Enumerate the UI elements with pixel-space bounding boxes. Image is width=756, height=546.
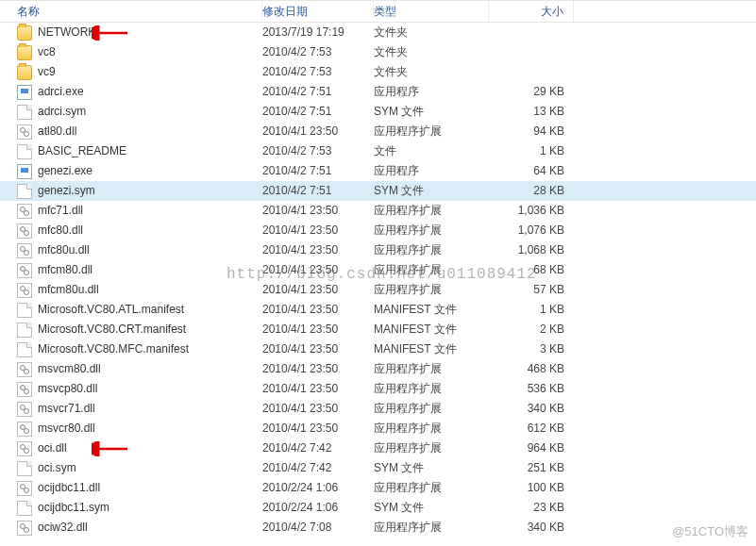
file-size-cell: 1,076 KB — [489, 221, 574, 240]
file-row[interactable]: msvcr80.dll2010/4/1 23:50应用程序扩展612 KB — [0, 419, 756, 438]
file-name-cell[interactable]: ocijdbc11.dll — [0, 478, 262, 498]
file-type-cell: 应用程序扩展 — [374, 122, 489, 141]
file-name-cell[interactable]: mfcm80.dll — [0, 260, 262, 280]
file-name-label: vc9 — [38, 62, 56, 82]
file-row[interactable]: ocijdbc11.dll2010/2/24 1:06应用程序扩展100 KB — [0, 478, 756, 498]
dll-icon — [17, 223, 32, 239]
file-name-cell[interactable]: vc9 — [0, 62, 262, 82]
file-row[interactable]: atl80.dll2010/4/1 23:50应用程序扩展94 KB — [0, 122, 756, 141]
file-name-label: genezi.sym — [38, 181, 95, 201]
file-row[interactable]: mfc71.dll2010/4/1 23:50应用程序扩展1,036 KB — [0, 201, 756, 221]
file-row[interactable]: oci.sym2010/4/2 7:42SYM 文件251 KB — [0, 458, 756, 478]
file-row[interactable]: vc82010/4/2 7:53文件夹 — [0, 42, 756, 62]
file-name-label: NETWORK — [38, 23, 95, 42]
file-size-cell: 340 KB — [489, 399, 574, 419]
file-date-cell: 2010/4/1 23:50 — [262, 201, 374, 221]
file-row[interactable]: vc92010/4/2 7:53文件夹 — [0, 62, 756, 82]
file-size-cell: 57 KB — [489, 280, 574, 300]
file-date-cell: 2010/4/1 23:50 — [262, 320, 374, 339]
file-type-cell: 应用程序扩展 — [374, 399, 489, 419]
file-name-label: mfcm80.dll — [38, 260, 92, 280]
file-row[interactable]: msvcr71.dll2010/4/1 23:50应用程序扩展340 KB — [0, 399, 756, 419]
file-name-cell[interactable]: mfcm80u.dll — [0, 280, 262, 300]
file-name-label: vc8 — [38, 42, 56, 62]
exe-icon — [17, 85, 32, 100]
dll-icon — [17, 243, 32, 258]
file-name-label: BASIC_README — [38, 141, 126, 161]
file-row[interactable]: mfc80.dll2010/4/1 23:50应用程序扩展1,076 KB — [0, 221, 756, 240]
file-name-cell[interactable]: mfc71.dll — [0, 201, 262, 221]
file-size-cell: 94 KB — [489, 122, 574, 141]
file-row[interactable]: adrci.sym2010/4/2 7:51SYM 文件13 KB — [0, 102, 756, 122]
file-name-cell[interactable]: atl80.dll — [0, 122, 262, 141]
file-date-cell: 2010/4/2 7:42 — [262, 458, 374, 478]
file-type-cell: SYM 文件 — [374, 102, 489, 122]
file-size-cell: 612 KB — [489, 419, 574, 438]
file-icon — [17, 303, 32, 318]
file-row[interactable]: Microsoft.VC80.MFC.manifest2010/4/1 23:5… — [0, 339, 756, 359]
file-size-cell: 1 KB — [489, 300, 574, 320]
file-row[interactable]: ocijdbc11.sym2010/2/24 1:06SYM 文件23 KB — [0, 498, 756, 518]
file-row[interactable]: mfcm80.dll2010/4/1 23:50应用程序扩展68 KB — [0, 260, 756, 280]
column-header-name[interactable]: 名称 — [0, 1, 262, 22]
file-name-cell[interactable]: msvcm80.dll — [0, 359, 262, 379]
column-header-size[interactable]: 大小 — [489, 1, 574, 22]
file-name-cell[interactable]: Microsoft.VC80.CRT.manifest — [0, 320, 262, 339]
file-name-cell[interactable]: msvcp80.dll — [0, 379, 262, 399]
file-name-label: oci.dll — [38, 438, 67, 458]
file-type-cell: MANIFEST 文件 — [374, 339, 489, 359]
file-row[interactable]: ociw32.dll2010/4/2 7:08应用程序扩展340 KB — [0, 518, 756, 538]
file-row[interactable]: msvcm80.dll2010/4/1 23:50应用程序扩展468 KB — [0, 359, 756, 379]
file-type-cell: 文件夹 — [374, 62, 489, 82]
file-row[interactable]: msvcp80.dll2010/4/1 23:50应用程序扩展536 KB — [0, 379, 756, 399]
file-name-label: msvcp80.dll — [38, 379, 97, 399]
file-date-cell: 2010/4/1 23:50 — [262, 122, 374, 141]
file-row[interactable]: Microsoft.VC80.CRT.manifest2010/4/1 23:5… — [0, 320, 756, 339]
file-name-cell[interactable]: ociw32.dll — [0, 518, 262, 538]
file-row[interactable]: NETWORK2013/7/19 17:19文件夹 — [0, 23, 756, 42]
file-type-cell: 文件夹 — [374, 42, 489, 62]
file-date-cell: 2010/2/24 1:06 — [262, 498, 374, 518]
file-row[interactable]: mfc80u.dll2010/4/1 23:50应用程序扩展1,068 KB — [0, 240, 756, 260]
file-name-cell[interactable]: oci.sym — [0, 458, 262, 478]
file-type-cell: 应用程序扩展 — [374, 438, 489, 458]
file-name-cell[interactable]: oci.dll — [0, 438, 262, 458]
file-name-cell[interactable]: msvcr80.dll — [0, 419, 262, 438]
file-date-cell: 2010/4/1 23:50 — [262, 260, 374, 280]
file-row[interactable]: BASIC_README2010/4/2 7:53文件1 KB — [0, 141, 756, 161]
file-name-cell[interactable]: ocijdbc11.sym — [0, 498, 262, 518]
file-name-cell[interactable]: BASIC_README — [0, 141, 262, 161]
dll-icon — [17, 124, 32, 140]
file-type-cell: 应用程序扩展 — [374, 201, 489, 221]
exe-icon — [17, 164, 32, 179]
file-name-cell[interactable]: genezi.sym — [0, 181, 262, 201]
file-date-cell: 2010/4/2 7:53 — [262, 62, 374, 82]
column-header-date[interactable]: 修改日期 — [262, 1, 374, 22]
file-name-cell[interactable]: Microsoft.VC80.ATL.manifest — [0, 300, 262, 320]
file-date-cell: 2010/4/2 7:08 — [262, 518, 374, 538]
column-header-type[interactable]: 类型 — [374, 1, 489, 22]
file-name-cell[interactable]: Microsoft.VC80.MFC.manifest — [0, 339, 262, 359]
file-name-cell[interactable]: adrci.sym — [0, 102, 262, 122]
file-name-cell[interactable]: msvcr71.dll — [0, 399, 262, 419]
file-row[interactable]: genezi.exe2010/4/2 7:51应用程序64 KB — [0, 161, 756, 181]
file-type-cell: 应用程序扩展 — [374, 518, 489, 538]
file-name-cell[interactable]: mfc80.dll — [0, 221, 262, 240]
file-size-cell: 23 KB — [489, 498, 574, 518]
file-name-label: msvcr71.dll — [38, 399, 95, 419]
file-name-cell[interactable]: adrci.exe — [0, 82, 262, 102]
file-icon — [17, 342, 32, 357]
file-name-cell[interactable]: NETWORK — [0, 23, 262, 42]
file-row[interactable]: mfcm80u.dll2010/4/1 23:50应用程序扩展57 KB — [0, 280, 756, 300]
file-date-cell: 2010/4/2 7:51 — [262, 102, 374, 122]
file-row[interactable]: Microsoft.VC80.ATL.manifest2010/4/1 23:5… — [0, 300, 756, 320]
file-name-cell[interactable]: genezi.exe — [0, 161, 262, 181]
file-row[interactable]: genezi.sym2010/4/2 7:51SYM 文件28 KB — [0, 181, 756, 201]
file-size-cell: 536 KB — [489, 379, 574, 399]
file-row[interactable]: adrci.exe2010/4/2 7:51应用程序29 KB — [0, 82, 756, 102]
file-size-cell: 251 KB — [489, 458, 574, 478]
file-name-cell[interactable]: vc8 — [0, 42, 262, 62]
file-name-cell[interactable]: mfc80u.dll — [0, 240, 262, 260]
file-row[interactable]: oci.dll2010/4/2 7:42应用程序扩展964 KB — [0, 438, 756, 458]
file-date-cell: 2010/4/2 7:51 — [262, 161, 374, 181]
